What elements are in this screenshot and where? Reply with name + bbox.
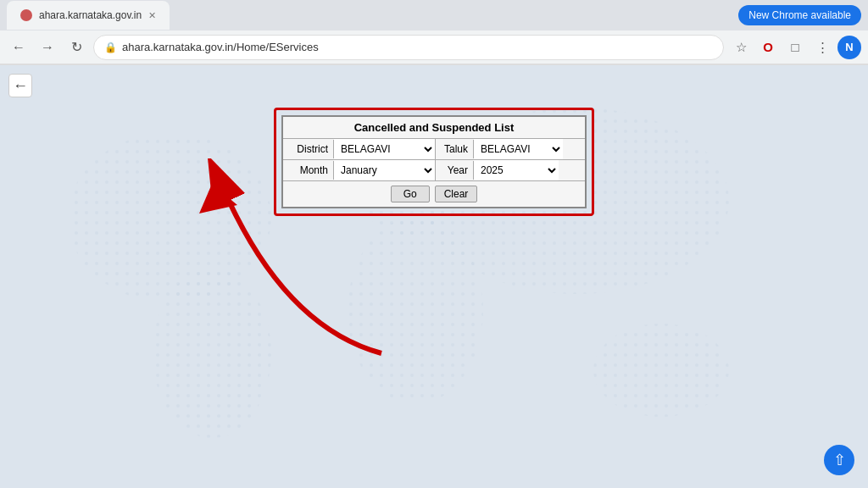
taluk-select[interactable]: BELAGAVI BAILHONGAL CHIKODI GOKAK HUKKER… xyxy=(474,139,563,159)
address-bar[interactable]: 🔒 ahara.karnataka.gov.in/Home/EServices xyxy=(93,35,724,60)
new-chrome-button[interactable]: New Chrome available xyxy=(738,5,861,25)
month-select[interactable]: January February March April May June Ju… xyxy=(334,160,436,180)
go-button[interactable]: Go xyxy=(391,186,430,202)
form-row-district-taluk: District BELAGAVI BENGALURU MYSURU DHARW… xyxy=(283,139,585,160)
tab-label: ahara.karnataka.gov.in xyxy=(39,9,142,21)
tab-bar: ahara.karnataka.gov.in ✕ New Chrome avai… xyxy=(0,0,868,30)
scroll-to-top-btn[interactable]: ⇧ xyxy=(824,445,854,475)
extension-btn[interactable]: □ xyxy=(783,36,807,59)
browser-chrome: ahara.karnataka.gov.in ✕ New Chrome avai… xyxy=(0,0,868,65)
back-nav-btn[interactable]: ← xyxy=(7,36,31,59)
nav-bar: ← → ↻ 🔒 ahara.karnataka.gov.in/Home/ESer… xyxy=(0,30,868,64)
year-select[interactable]: 2020 2021 2022 2023 2024 2025 xyxy=(474,160,559,180)
month-label: Month xyxy=(283,161,334,180)
taluk-label: Taluk xyxy=(436,140,474,158)
bookmark-btn[interactable]: ☆ xyxy=(729,36,753,59)
form-row-month-year: Month January February March April May J… xyxy=(283,160,585,181)
profile-btn[interactable]: N xyxy=(837,36,861,59)
opera-icon-btn[interactable]: O xyxy=(756,36,780,59)
svg-point-6 xyxy=(593,324,729,417)
form-buttons: Go Clear xyxy=(283,181,585,207)
red-border-highlight: Cancelled and Suspended List District BE… xyxy=(274,108,594,216)
clear-button[interactable]: Clear xyxy=(435,186,478,202)
more-btn[interactable]: ⋮ xyxy=(810,36,834,59)
active-tab[interactable]: ahara.karnataka.gov.in ✕ xyxy=(7,1,170,30)
tab-close-btn[interactable]: ✕ xyxy=(148,10,156,21)
forward-nav-btn[interactable]: → xyxy=(36,36,59,59)
district-label: District xyxy=(283,140,334,158)
back-button[interactable]: ← xyxy=(8,74,32,97)
tab-favicon xyxy=(20,9,32,21)
cancelled-suspended-form: Cancelled and Suspended List District BE… xyxy=(281,115,587,208)
svg-point-1 xyxy=(68,133,271,302)
reload-btn[interactable]: ↻ xyxy=(64,36,88,59)
nav-icons: ☆ O □ ⋮ N xyxy=(729,36,861,59)
year-label: Year xyxy=(436,161,474,180)
lock-icon: 🔒 xyxy=(104,42,117,53)
svg-point-2 xyxy=(153,269,271,438)
form-panel-wrapper: Cancelled and Suspended List District BE… xyxy=(274,108,594,216)
page-content: ← Cancelled and Suspended List District … xyxy=(0,65,868,488)
address-text: ahara.karnataka.gov.in/Home/EServices xyxy=(122,41,319,53)
form-title: Cancelled and Suspended List xyxy=(283,117,585,139)
district-select[interactable]: BELAGAVI BENGALURU MYSURU DHARWAD KALABU… xyxy=(334,139,436,159)
